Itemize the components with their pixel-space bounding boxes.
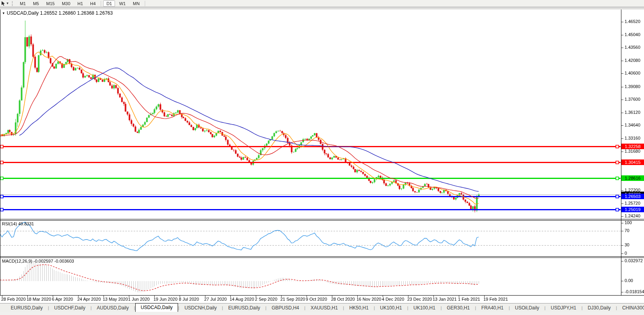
rsi-tick: 0 [625, 251, 627, 255]
price-tick: 1.43560 [625, 45, 640, 50]
level-price-badge: 1.28616 [621, 175, 644, 181]
macd-tick: 0.032972 [625, 258, 643, 263]
level-price-badge: 1.25019 [621, 207, 644, 212]
chart-tab-xauusd-h1[interactable]: XAUUSD,H1 [305, 304, 343, 311]
date-label: 21 Sep 2020 [280, 297, 305, 302]
price-tick: 1.46520 [625, 19, 640, 24]
main-pane-bottom-border[interactable] [0, 219, 644, 219]
date-label: 23 Dec 2020 [407, 297, 432, 302]
date-label: 6 Apr 2020 [52, 297, 73, 302]
timeframe-m15-button[interactable]: M15 [43, 0, 58, 7]
level-price-badge: 1.26503 [621, 194, 644, 199]
price-chart-canvas[interactable] [0, 0, 644, 315]
chart-tab-gbpusd-h4[interactable]: GBPUSD,H4 [266, 304, 304, 311]
date-label: 13 May 2020 [103, 297, 128, 302]
timeframe-h1-button[interactable]: H1 [74, 0, 86, 7]
date-label: 9 Oct 2020 [306, 297, 327, 302]
chart-tab-china300-h1[interactable]: CHINA300,H1 [617, 304, 644, 311]
date-label: 19 Feb 2021 [483, 297, 508, 302]
tool-dropdown-caret-icon[interactable]: ▼ [6, 2, 9, 5]
ohlc-values: 1.26552 1.26860 1.26368 1.26763 [40, 10, 113, 16]
price-axis-border[interactable] [621, 9, 621, 295]
price-tick: 1.24240 [625, 213, 640, 218]
rsi-pane-top-border[interactable] [0, 220, 644, 221]
rsi-pane-bottom-border[interactable] [0, 256, 644, 257]
macd-pane-bottom-border [0, 295, 644, 296]
price-tick: 1.25720 [625, 201, 640, 206]
date-label: 13 Jan 2021 [433, 297, 457, 302]
price-tick: 1.31680 [625, 149, 640, 154]
chart-title: ▼USDCAD,Daily 1.26552 1.26860 1.26368 1.… [2, 10, 113, 16]
timeframe-d1-button[interactable]: D1 [103, 0, 115, 7]
timeframe-m30-button[interactable]: M30 [59, 0, 73, 7]
rsi-indicator-label: RSI(14) 49.8331 [2, 221, 34, 226]
timeframe-m1-button[interactable]: M1 [17, 0, 29, 7]
toolbar-gap [0, 8, 644, 10]
date-label: 27 Jul 2020 [204, 297, 227, 302]
chart-tab-audusd-daily[interactable]: AUDUSD,Daily [92, 304, 134, 311]
date-label: 8 Jul 2020 [179, 297, 199, 302]
rsi-tick: 30 [625, 242, 629, 247]
date-label: 24 Apr 2020 [77, 297, 101, 302]
timeframe-w1-button[interactable]: W1 [116, 0, 129, 7]
date-label: 28 Oct 2020 [331, 297, 355, 302]
chart-tab-ger30-h1[interactable]: GER30,H1 [442, 304, 475, 311]
price-tick: 1.45040 [625, 32, 640, 37]
timeframe-mn-button[interactable]: MN [130, 0, 143, 7]
chart-dropdown-icon[interactable]: ▼ [2, 12, 5, 15]
chart-tab-eurusd-daily[interactable]: EURUSD,Daily [223, 304, 265, 311]
rsi-tick: 70 [625, 228, 629, 233]
chart-tab-usdcnh-daily[interactable]: USDCNH,Daily [179, 304, 222, 311]
terminal-window: ▼ M1 M5 M15 M30 H1 H4 D1 W1 MN ▼USDCAD,D… [0, 0, 644, 315]
macd-pane-top-border[interactable] [0, 257, 644, 258]
macd-tick: 0.00 [625, 278, 633, 283]
chart-tab-usdjpy-h1[interactable]: USDJPY,H1 [546, 304, 581, 311]
level-price-badge: 1.32258 [621, 144, 644, 149]
price-tick: 1.33160 [625, 136, 640, 140]
macd-indicator-label: MACD(12,26,9) -0.002597 -0.003603 [2, 259, 74, 263]
price-tick: 1.39080 [625, 84, 640, 89]
toolbar-separator [101, 1, 101, 6]
date-label: 16 Nov 2020 [356, 297, 381, 302]
date-label: 2 Sep 2020 [255, 297, 277, 302]
toolbar-separator [145, 1, 145, 6]
top-toolbar: ▼ M1 M5 M15 M30 H1 H4 D1 W1 MN [0, 0, 644, 7]
toolbar-grip[interactable] [12, 1, 14, 6]
price-tick: 1.34640 [625, 123, 640, 127]
chart-tabs: EURUSD,Daily|USDCHF,Daily|AUDUSD,Daily|U… [6, 303, 644, 312]
chart-tab-bar: EURUSD,Daily|USDCHF,Daily|AUDUSD,Daily|U… [0, 303, 644, 312]
chart-tab-usoil-daily[interactable]: USOil,Daily [510, 304, 544, 311]
chart-left-border [0, 9, 0, 295]
date-label: 1 Feb 2021 [458, 297, 480, 302]
chart-tab-usdchf-daily[interactable]: USDCHF,Daily [49, 304, 91, 311]
rsi-tick: 100 [625, 220, 632, 225]
chart-tab-eurusd-daily[interactable]: EURUSD,Daily [6, 304, 48, 311]
chart-tab-hk50-h1[interactable]: HK50,H1 [344, 304, 374, 311]
chart-tab-fra40-h1[interactable]: FRA40,H1 [476, 304, 509, 311]
macd-tick: -0.018154 [625, 289, 644, 294]
chart-tab-uk100-h1[interactable]: UK100,H1 [408, 304, 441, 311]
date-label: 28 Feb 2020 [1, 297, 26, 302]
chart-tab-dj30-daily[interactable]: DJ30,Daily [583, 304, 616, 311]
price-tick: 1.36120 [625, 110, 640, 115]
timeframe-h4-button[interactable]: H4 [87, 0, 99, 7]
symbol-timeframe-label: USDCAD,Daily [7, 10, 39, 16]
price-tick: 1.40600 [625, 71, 640, 75]
price-tick: 1.37600 [625, 97, 640, 102]
date-label: 4 Dec 2020 [382, 297, 404, 302]
window-bottom-strip [0, 312, 644, 315]
date-label: 19 Jun 2020 [153, 297, 178, 302]
chart-tab-uk100-h1[interactable]: UK100,H1 [375, 304, 407, 311]
price-tick: 1.42080 [625, 58, 640, 63]
date-label: 1 Jun 2020 [128, 297, 150, 302]
timeframe-m5-button[interactable]: M5 [30, 0, 42, 7]
chart-tab-usdcad-daily[interactable]: USDCAD,Daily [135, 303, 178, 312]
level-price-badge: 1.30415 [621, 159, 644, 165]
date-label: 18 Mar 2020 [27, 297, 51, 302]
date-label: 14 Aug 2020 [230, 297, 254, 302]
cursor-tool-icon[interactable] [1, 1, 6, 6]
